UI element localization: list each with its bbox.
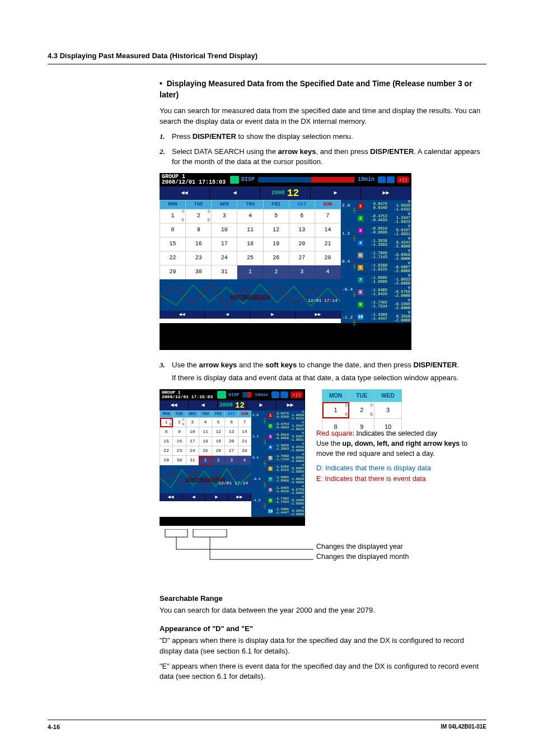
calendar-day[interactable]: 4 (237, 209, 263, 223)
calendar-day[interactable]: 2DE (173, 418, 186, 427)
channel-row: 4-1.3838-1.3993V0.4243-2.0000 (357, 237, 411, 249)
calendar-day[interactable]: 7 (238, 418, 251, 427)
calendar-day[interactable]: 27 (289, 251, 315, 265)
calendar-day[interactable]: 3 (186, 418, 199, 427)
disp-icon (230, 176, 239, 184)
calendar-day[interactable]: 1DE (160, 418, 173, 427)
calendar-day[interactable]: 19 (212, 437, 225, 446)
calendar-day[interactable]: 28 (238, 446, 251, 456)
calendar-day[interactable]: 25 (237, 251, 263, 265)
calendar-day[interactable]: 15 (160, 437, 173, 446)
calendar-day[interactable]: 31 (186, 456, 199, 465)
btm-prev[interactable]: ◀ (205, 311, 250, 319)
calendar-day[interactable]: 2DE (186, 209, 212, 223)
calendar-day[interactable]: 8 (160, 427, 173, 437)
calendar-day[interactable]: 26 (263, 251, 289, 265)
btm-fast-prev-s[interactable]: ◀◀ (160, 493, 182, 501)
calendar-day[interactable]: 23 (173, 446, 186, 456)
nav-year-month-s[interactable]: 200812 (218, 400, 247, 410)
calendar-day[interactable]: 17 (212, 237, 237, 251)
calendar-day[interactable]: 14 (315, 223, 340, 237)
calendar-day[interactable]: 12 (212, 427, 225, 437)
calendar-day[interactable]: 18 (237, 237, 263, 251)
calendar-day[interactable]: 12 (263, 223, 289, 237)
btm-prev-s[interactable]: ◀ (182, 493, 205, 501)
calendar-day[interactable]: 2DE (349, 402, 374, 419)
calendar-day[interactable]: 17 (186, 437, 199, 446)
nav-year-month[interactable]: 200812 (260, 186, 311, 200)
calendar-day[interactable]: 31 (212, 265, 237, 279)
calendar-day[interactable]: 6 (289, 209, 315, 223)
calendar-day[interactable]: 18 (199, 437, 212, 446)
nav-fast-prev[interactable]: ◀◀ (160, 186, 210, 200)
calendar-day[interactable]: 5 (212, 418, 225, 427)
de-appearance-head: Appearance of "D" and "E" (160, 623, 486, 634)
calendar-day[interactable]: 15 (160, 237, 186, 251)
nav-next[interactable]: ▶ (311, 186, 361, 200)
calendar-day[interactable]: 19 (263, 237, 289, 251)
calendar-day[interactable]: 23 (186, 251, 212, 265)
btm-next[interactable]: ▶ (250, 311, 296, 319)
calendar-day[interactable]: 29 (160, 456, 173, 465)
calendar-day[interactable]: 9 (186, 223, 212, 237)
calendar-day[interactable]: 6 (225, 418, 238, 427)
calendar-day[interactable]: 7 (315, 209, 340, 223)
status-icons (378, 176, 395, 183)
calendar-day[interactable]: 21 (238, 437, 251, 446)
calendar-day[interactable]: 9 (173, 427, 186, 437)
calendar-day[interactable]: 5 (263, 209, 289, 223)
nav-prev-s[interactable]: ◀ (189, 400, 218, 410)
calendar-day[interactable]: 10 (212, 223, 237, 237)
nav-fast-prev-s[interactable]: ◀◀ (160, 400, 189, 410)
calendar-day[interactable]: 16 (173, 437, 186, 446)
btm-fast-next-s[interactable]: ▶▶ (228, 493, 251, 501)
channel-sidepanel: 2.01.20.4-0.4-1.2 10.04760.0349V1.6839-1… (341, 200, 411, 323)
calendar-day[interactable]: 27 (225, 446, 238, 456)
calendar-day[interactable]: 20 (225, 437, 238, 446)
btm-fast-next[interactable]: ▶▶ (296, 311, 341, 319)
device-screenshot-large: GROUP 12008/12/01 17:15:03 DISP 19min •)… (160, 173, 411, 350)
btm-next-s[interactable]: ▶ (205, 493, 228, 501)
calendar-day[interactable]: 21 (315, 237, 340, 251)
nav-fast-next[interactable]: ▶▶ (361, 186, 411, 200)
calendar-day[interactable]: 1DE (160, 209, 186, 223)
calendar-day[interactable]: 3 (374, 402, 401, 419)
calendar-day[interactable]: 4 (199, 418, 212, 427)
calendar-day[interactable]: 16 (186, 237, 212, 251)
nav-next-s[interactable]: ▶ (247, 400, 276, 410)
calendar-day[interactable]: 25 (199, 446, 212, 456)
calendar-day[interactable]: 24 (212, 251, 237, 265)
calendar-day[interactable]: 3 (225, 456, 238, 465)
calendar-day[interactable]: 11 (237, 223, 263, 237)
calendar-day[interactable]: 10 (186, 427, 199, 437)
calendar-day[interactable]: 24 (186, 446, 199, 456)
btm-fast-prev[interactable]: ◀◀ (160, 311, 205, 319)
calendar-day[interactable]: 30 (173, 456, 186, 465)
calendar-day[interactable]: 26 (212, 446, 225, 456)
calendar-day[interactable]: 14 (238, 427, 251, 437)
calendar-day[interactable]: 28 (315, 251, 340, 265)
calendar-day[interactable]: 2 (212, 456, 225, 465)
calendar-day[interactable]: 1 (199, 456, 212, 465)
calendar-day[interactable]: 1 (237, 265, 263, 279)
calendar-day[interactable]: 22 (160, 251, 186, 265)
calendar-day[interactable]: 3 (289, 265, 315, 279)
calendar-day[interactable]: 22 (160, 446, 173, 456)
calendar-day[interactable]: 1DE (322, 402, 349, 419)
calendar-day[interactable]: 13 (225, 427, 238, 437)
calendar-day[interactable]: 29 (160, 265, 186, 279)
calendar-day[interactable]: 4 (238, 456, 251, 465)
calendar-day[interactable]: 30 (186, 265, 212, 279)
calendar-day[interactable]: 2 (263, 265, 289, 279)
nav-prev[interactable]: ◀ (210, 186, 260, 200)
calendar-day[interactable]: 13 (289, 223, 315, 237)
calendar-day[interactable]: 3 (212, 209, 237, 223)
channel-row: 9-1.7492-1.7534V-0.1696-2.0000 (267, 496, 305, 506)
calendar-day[interactable]: 4 (315, 265, 340, 279)
axis-tick: -0.4 (342, 287, 353, 292)
calendar-day[interactable]: 8 (160, 223, 186, 237)
nav-fast-next-s[interactable]: ▶▶ (276, 400, 305, 410)
calendar-day[interactable]: 20 (289, 237, 315, 251)
day-header: TUE (173, 411, 186, 418)
calendar-day[interactable]: 11 (199, 427, 212, 437)
